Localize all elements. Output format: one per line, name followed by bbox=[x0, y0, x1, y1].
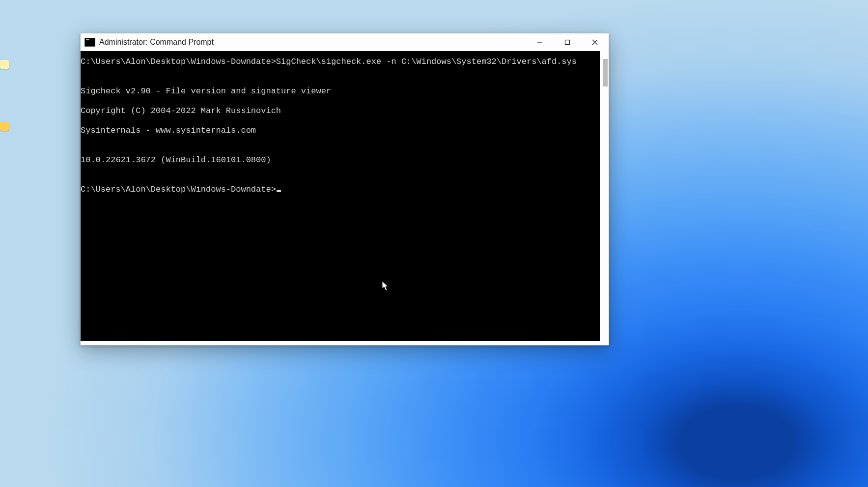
close-button[interactable] bbox=[581, 33, 609, 51]
terminal-output[interactable]: C:\Users\Alon\Desktop\Windows-Downdate>S… bbox=[81, 51, 600, 341]
scrollbar-thumb[interactable] bbox=[603, 59, 608, 86]
maximize-icon bbox=[564, 39, 570, 45]
desktop-icon-strip bbox=[0, 0, 11, 487]
caption-buttons bbox=[526, 33, 609, 51]
terminal-line: Copyright (C) 2004-2022 Mark Russinovich bbox=[81, 106, 600, 116]
terminal-line: Sysinternals - www.sysinternals.com bbox=[81, 126, 600, 136]
terminal-line: C:\Users\Alon\Desktop\Windows-Downdate>S… bbox=[81, 57, 600, 67]
cursor-icon bbox=[277, 190, 281, 192]
terminal-line: Sigcheck v2.90 - File version and signat… bbox=[81, 86, 600, 96]
command-prompt-window: Administrator: Command Prompt bbox=[80, 33, 609, 345]
terminal-line: 10.0.22621.3672 (WinBuild.160101.0800) bbox=[81, 155, 600, 165]
maximize-button[interactable] bbox=[554, 33, 581, 51]
close-icon bbox=[592, 39, 598, 45]
terminal-prompt-text: C:\Users\Alon\Desktop\Windows-Downdate> bbox=[81, 185, 276, 194]
terminal-prompt-line: C:\Users\Alon\Desktop\Windows-Downdate> bbox=[81, 185, 600, 195]
command-prompt-icon bbox=[84, 38, 95, 47]
window-title: Administrator: Command Prompt bbox=[99, 38, 214, 47]
titlebar[interactable]: Administrator: Command Prompt bbox=[81, 33, 609, 51]
terminal-viewport: C:\Users\Alon\Desktop\Windows-Downdate>S… bbox=[81, 51, 609, 345]
minimize-icon bbox=[537, 39, 543, 45]
desktop-background: Administrator: Command Prompt bbox=[0, 0, 868, 487]
svg-rect-1 bbox=[565, 40, 570, 45]
minimize-button[interactable] bbox=[526, 33, 554, 51]
